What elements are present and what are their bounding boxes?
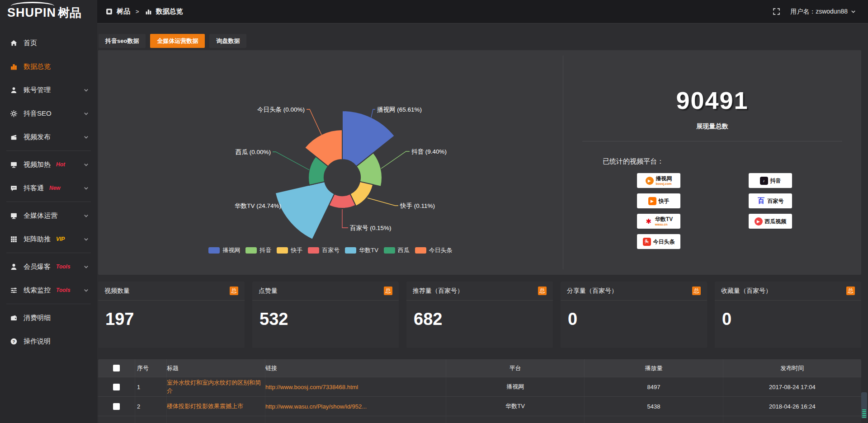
sidebar-divider bbox=[6, 202, 91, 202]
topbar: 树品 > 数据总览 用户名：zswodun88 bbox=[97, 0, 868, 24]
username-menu[interactable]: 用户名：zswodun88 bbox=[790, 8, 857, 16]
sidebar-item-6[interactable]: 视频加热Hot bbox=[0, 153, 97, 176]
sidebar-item-1[interactable]: 首页 bbox=[0, 31, 97, 55]
tab-2[interactable]: 全媒体运营数据 bbox=[150, 34, 205, 48]
cell-platform: 播视网 bbox=[446, 377, 585, 396]
chevron-down-icon bbox=[82, 212, 90, 220]
chevron-down-icon bbox=[82, 184, 90, 192]
breadcrumb-separator: > bbox=[136, 8, 139, 15]
logo-arc bbox=[11, 2, 54, 10]
legend-item-快手[interactable]: 快手 bbox=[277, 246, 302, 254]
legend-item-华数TV[interactable]: 华数TV bbox=[345, 246, 378, 254]
stat-card-value: 532 bbox=[252, 301, 399, 329]
cell-index: 2 bbox=[135, 397, 167, 416]
sidebar-item-9[interactable]: 矩阵助推VIP bbox=[0, 227, 97, 251]
breadcrumb-current[interactable]: 数据总览 bbox=[156, 7, 183, 16]
col-header-time: 发布时间 bbox=[723, 359, 861, 377]
sidebar: SHUPIN 树品 首页数据总览账号管理抖音SEO视频发布视频加热Hot抖客通N… bbox=[0, 0, 97, 423]
pie-slice-今日头条[interactable] bbox=[305, 130, 342, 166]
stat-cards: 视频数量总197点赞量总532推荐量（百家号）总682分享量（百家号）总0收藏量… bbox=[98, 282, 861, 348]
legend-item-今日头条[interactable]: 今日头条 bbox=[415, 246, 453, 254]
logo[interactable]: SHUPIN 树品 bbox=[0, 0, 97, 26]
total-badge: 总 bbox=[538, 287, 547, 295]
chevron-down-icon bbox=[82, 235, 90, 243]
gear-icon bbox=[10, 110, 18, 118]
cell-views: 5438 bbox=[585, 397, 723, 416]
sidebar-item-2[interactable]: 数据总览 bbox=[0, 55, 97, 78]
platform-badge-快手: ▶快手 bbox=[637, 193, 680, 208]
chat-icon bbox=[10, 184, 18, 192]
col-header-title: 标题 bbox=[167, 359, 265, 377]
sidebar-item-5[interactable]: 视频发布 bbox=[0, 125, 97, 149]
table-row-1: 1室外水纹灯和室内水纹灯的区别和简介http://www.boosj.com/7… bbox=[98, 377, 861, 397]
sidebar-item-12[interactable]: 消费明细 bbox=[0, 306, 97, 329]
sidebar-item-10[interactable]: 会员爆客Tools bbox=[0, 255, 97, 278]
display-icon bbox=[10, 212, 18, 220]
floating-widget[interactable] bbox=[861, 392, 867, 418]
total-impressions-value: 90491 bbox=[563, 86, 861, 114]
total-badge: 总 bbox=[230, 287, 238, 295]
breadcrumb-chart-icon bbox=[145, 8, 152, 15]
pie-label: 华数TV (24.74%) bbox=[235, 202, 281, 209]
sidebar-item-8[interactable]: 全媒体运营 bbox=[0, 204, 97, 227]
table-row-partial bbox=[98, 416, 861, 423]
legend-item-播视网[interactable]: 播视网 bbox=[208, 246, 240, 254]
pie-label: 抖音 (9.40%) bbox=[411, 148, 447, 155]
chevron-down-icon bbox=[82, 161, 90, 169]
sidebar-item-11[interactable]: 线索监控Tools bbox=[0, 278, 97, 302]
pie-label: 播视网 (65.61%) bbox=[377, 106, 422, 113]
legend-label: 抖音 bbox=[259, 246, 271, 254]
sidebar-item-13[interactable]: ?操作说明 bbox=[0, 329, 97, 353]
video-title-link[interactable]: 室外水纹灯和室内水纹灯的区别和简介 bbox=[167, 379, 265, 395]
grid-icon bbox=[10, 235, 18, 243]
row-checkbox[interactable] bbox=[113, 403, 120, 410]
chevron-down-icon bbox=[82, 110, 90, 118]
video-title-link[interactable]: 楼体投影灯投影效果震撼上市 bbox=[167, 402, 243, 410]
legend-item-百家号[interactable]: 百家号 bbox=[308, 246, 340, 254]
content: 抖音seo数据全媒体运营数据询盘数据 播视网 (65.61%)抖音 (9.40%… bbox=[97, 24, 868, 423]
pie-slice-华数TV[interactable] bbox=[275, 182, 335, 240]
stat-card-header: 收藏量（百家号）总 bbox=[715, 282, 861, 301]
platform-badge-西瓜视频: ▶西瓜视频 bbox=[749, 214, 792, 229]
bar-chart-icon bbox=[10, 63, 18, 70]
pie-label-line bbox=[371, 109, 375, 118]
total-badge: 总 bbox=[846, 287, 855, 295]
sidebar-item-badge: New bbox=[49, 185, 61, 191]
sidebar-item-3[interactable]: 账号管理 bbox=[0, 78, 97, 102]
fullscreen-icon[interactable] bbox=[773, 8, 780, 15]
platform-name: 百家号 bbox=[768, 198, 784, 204]
person-icon bbox=[10, 263, 18, 271]
stat-card-label: 视频数量 bbox=[104, 287, 130, 295]
sidebar-item-label: 消费明细 bbox=[24, 314, 51, 322]
chevron-down-icon bbox=[82, 263, 90, 271]
legend-swatch bbox=[277, 247, 288, 254]
breadcrumb-root[interactable]: 树品 bbox=[117, 7, 130, 16]
col-header-views: 播放量 bbox=[585, 359, 723, 377]
home-icon bbox=[10, 39, 18, 47]
legend-item-抖音[interactable]: 抖音 bbox=[245, 246, 271, 254]
cell-platform: 华数TV bbox=[446, 397, 585, 416]
cell-views: 8497 bbox=[585, 377, 723, 396]
breadcrumb: 树品 > 数据总览 bbox=[105, 7, 183, 16]
col-header-index: 序号 bbox=[135, 359, 167, 377]
legend-swatch bbox=[208, 247, 220, 254]
pie-label-line bbox=[381, 151, 410, 169]
cell-time: 2018-04-26 16:24 bbox=[723, 397, 861, 416]
video-url-link[interactable]: http://www.wasu.cn/Play/show/id/952... bbox=[265, 403, 367, 410]
select-all-checkbox[interactable] bbox=[113, 365, 120, 371]
platform-sub: boosj.com bbox=[656, 182, 672, 185]
video-url-link[interactable]: http://www.boosj.com/7338468.html bbox=[265, 384, 358, 390]
sidebar-item-label: 操作说明 bbox=[24, 337, 51, 346]
sidebar-item-4[interactable]: 抖音SEO bbox=[0, 102, 97, 125]
pie-label: 西瓜 (0.00%) bbox=[236, 149, 271, 155]
legend-swatch bbox=[308, 247, 319, 254]
row-checkbox[interactable] bbox=[113, 384, 120, 390]
stat-card-header: 视频数量总 bbox=[98, 282, 245, 301]
legend-item-西瓜[interactable]: 西瓜 bbox=[384, 246, 410, 254]
sidebar-item-badge: Tools bbox=[56, 263, 71, 270]
tab-3[interactable]: 询盘数据 bbox=[209, 34, 246, 48]
user-icon bbox=[10, 86, 18, 94]
sidebar-item-7[interactable]: 抖客通New bbox=[0, 176, 97, 200]
tab-1[interactable]: 抖音seo数据 bbox=[99, 34, 146, 48]
stat-card-label: 分享量（百家号） bbox=[567, 287, 618, 295]
